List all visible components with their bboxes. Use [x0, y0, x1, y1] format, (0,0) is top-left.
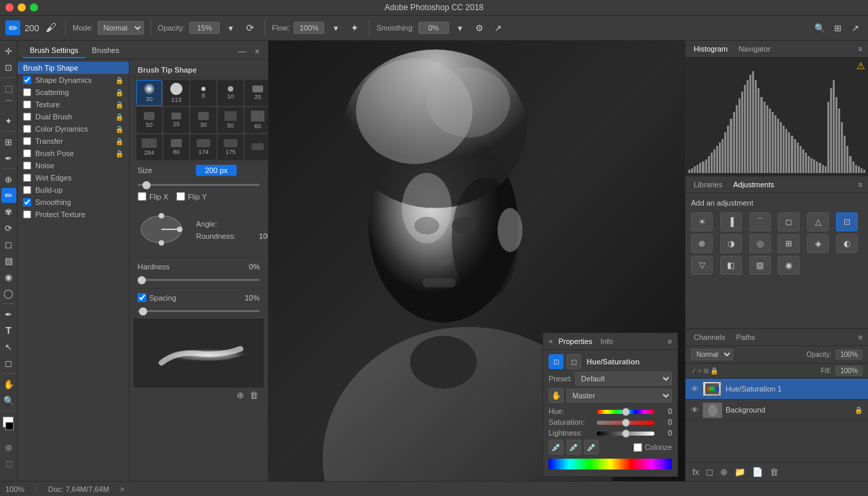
brush-delete-icon[interactable]: 🗑 — [250, 390, 258, 400]
tab-histogram[interactable]: Histogram — [691, 43, 730, 54]
adj-curves-btn[interactable]: ⌒ — [749, 212, 771, 231]
close-button[interactable] — [5, 3, 14, 12]
hue-slider[interactable] — [597, 410, 654, 414]
dodge-tool[interactable]: ◯ — [1, 286, 16, 301]
airbrush-btn[interactable]: ✦ — [347, 20, 362, 35]
adj-hue-sat-btn[interactable]: ⊡ — [836, 212, 858, 231]
blur-tool[interactable]: ◉ — [1, 269, 16, 284]
spacing-checkbox[interactable] — [138, 293, 146, 302]
adj-selectivecolor-btn[interactable]: ◉ — [778, 256, 800, 275]
flip-x-checkbox[interactable] — [138, 192, 146, 201]
background-color[interactable] — [5, 422, 14, 430]
layer-new-btn[interactable]: 📄 — [751, 465, 764, 478]
search-btn[interactable]: 🔍 — [812, 20, 827, 35]
shape-dynamics-checkbox[interactable] — [23, 76, 31, 84]
dual-brush-item[interactable]: Dual Brush 🔒 — [18, 111, 129, 123]
adj-levels-btn[interactable]: ▐ — [720, 212, 742, 231]
preset-item-16[interactable]: 80 — [163, 134, 189, 160]
shape-tool[interactable]: ◻ — [1, 356, 16, 370]
adj-threshold-btn[interactable]: ◧ — [720, 256, 742, 275]
adj-bw-btn[interactable]: ◑ — [720, 234, 742, 253]
adj-colorlookup-btn[interactable]: ◈ — [807, 234, 829, 253]
layer-item-bg[interactable]: 👁 Background 🔒 — [686, 400, 868, 421]
tab-properties[interactable]: Properties — [555, 336, 595, 347]
channel-select[interactable]: Master Reds Yellows — [566, 389, 672, 402]
saturation-slider[interactable] — [597, 421, 654, 425]
preset-item-2[interactable]: 113 — [163, 80, 189, 106]
tab-libraries[interactable]: Libraries — [691, 179, 725, 190]
tab-adjustments[interactable]: Adjustments — [730, 179, 777, 190]
layer-item-huesat[interactable]: 👁 Hue/Saturation 1 — [686, 379, 868, 400]
preset-item-15[interactable]: 284 — [136, 134, 162, 160]
settings-btn[interactable]: ⚙ — [472, 20, 487, 35]
texture-checkbox[interactable] — [23, 100, 31, 109]
shape-dynamics-item[interactable]: Shape Dynamics 🔒 — [18, 74, 129, 86]
brush-tool[interactable]: ✏ — [1, 188, 16, 203]
opacity-dropdown[interactable]: ▾ — [224, 20, 239, 35]
minimize-button[interactable] — [18, 3, 26, 12]
brush-preset-picker[interactable]: 🖌 — [43, 20, 58, 35]
pen-tool[interactable]: ✒ — [1, 307, 16, 322]
size-input[interactable] — [196, 165, 237, 176]
tab-info[interactable]: Info — [598, 336, 616, 347]
eraser-tool[interactable]: ◻ — [1, 237, 16, 252]
tab-brush-settings[interactable]: Brush Settings — [23, 43, 85, 58]
noise-item[interactable]: Noise — [18, 159, 129, 172]
gradient-tool[interactable]: ▨ — [1, 253, 16, 268]
magic-wand-tool[interactable]: ✦ — [1, 113, 16, 128]
wet-edges-item[interactable]: Wet Edges — [18, 172, 129, 184]
brush-tip-shape-item[interactable]: Brush Tip Shape — [18, 62, 129, 74]
eyedropper-btn-1[interactable]: 💉 — [549, 440, 564, 455]
preset-item-18[interactable]: 175 — [218, 134, 243, 160]
brush-size-button[interactable]: 200 — [24, 20, 39, 35]
adj-invert-btn[interactable]: ◐ — [836, 234, 858, 253]
smoothing-checkbox[interactable] — [23, 198, 31, 206]
hardness-slider[interactable] — [138, 279, 260, 281]
props-layer-mode-btn[interactable]: ⊡ — [549, 354, 564, 369]
protect-texture-item[interactable]: Protect Texture — [18, 208, 129, 221]
color-dynamics-item[interactable]: Color Dynamics 🔒 — [18, 123, 129, 135]
tab-paths[interactable]: Paths — [733, 332, 757, 343]
angle-btn[interactable]: ↗ — [491, 20, 506, 35]
eyedropper-btn-3[interactable]: 💉 — [584, 440, 599, 455]
texture-item[interactable]: Texture 🔒 — [18, 98, 129, 111]
spacing-slider[interactable] — [138, 310, 260, 312]
preset-item-1[interactable]: 30 — [136, 80, 162, 106]
tab-navigator[interactable]: Navigator — [736, 43, 773, 54]
color-dynamics-checkbox[interactable] — [23, 125, 31, 133]
artboard-tool[interactable]: ⊡ — [1, 60, 16, 75]
adj-exposure-btn[interactable]: ◻ — [778, 212, 800, 231]
flow-input[interactable] — [294, 22, 324, 34]
transfer-item[interactable]: Transfer 🔒 — [18, 135, 129, 147]
noise-checkbox[interactable] — [23, 161, 31, 170]
preset-item-12[interactable]: 60 — [245, 107, 268, 133]
brush-create-icon[interactable]: ⊕ — [237, 390, 244, 400]
brush-pose-item[interactable]: Brush Pose 🔒 — [18, 147, 129, 159]
maximize-button[interactable] — [30, 3, 38, 12]
props-mask-mode-btn[interactable]: ◻ — [566, 354, 581, 369]
wet-edges-checkbox[interactable] — [23, 174, 31, 182]
flip-y-checkbox[interactable] — [176, 192, 185, 201]
adj-photofilter-btn[interactable]: ◎ — [749, 234, 771, 253]
preset-item-17[interactable]: 174 — [191, 134, 216, 160]
layer-vis-1[interactable]: 👁 — [691, 385, 698, 393]
healing-brush-tool[interactable]: ⊕ — [1, 172, 16, 187]
scattering-checkbox[interactable] — [23, 88, 31, 96]
preset-item-4[interactable]: 10 — [218, 80, 243, 106]
clone-stamp-tool[interactable]: ✾ — [1, 204, 16, 219]
properties-close-btn[interactable]: × — [549, 337, 553, 345]
smoothing-input[interactable] — [418, 22, 449, 34]
panel-close-btn[interactable]: × — [252, 46, 262, 56]
preset-item-3[interactable]: 8 — [191, 80, 216, 106]
layers-menu-icon[interactable]: ≡ — [859, 333, 863, 341]
props-hand-btn[interactable]: ✋ — [549, 388, 564, 403]
adj-colorbalance-btn[interactable]: ⊕ — [691, 234, 713, 253]
share-btn[interactable]: ↗ — [848, 20, 863, 35]
layers-mode-select[interactable]: Normal Multiply — [691, 349, 733, 360]
layer-delete-btn[interactable]: 🗑 — [768, 465, 780, 478]
scattering-item[interactable]: Scattering 🔒 — [18, 86, 129, 98]
preset-item-5[interactable]: 25 — [245, 80, 268, 106]
layer-vis-2[interactable]: 👁 — [691, 406, 698, 414]
histogram-warning-icon[interactable]: ⚠ — [856, 60, 865, 71]
workspace-btn[interactable]: ⊞ — [830, 20, 845, 35]
